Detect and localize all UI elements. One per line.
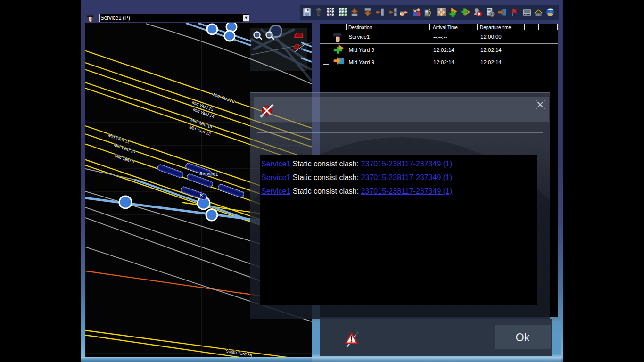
svg-text:Mid Yard 10: Mid Yard 10: [113, 142, 136, 154]
svg-text:Mid Yard 16: Mid Yard 16: [213, 92, 235, 104]
svg-text:Service1: Service1: [199, 171, 218, 176]
svg-text:Mid Yard 9: Mid Yard 9: [114, 153, 135, 165]
